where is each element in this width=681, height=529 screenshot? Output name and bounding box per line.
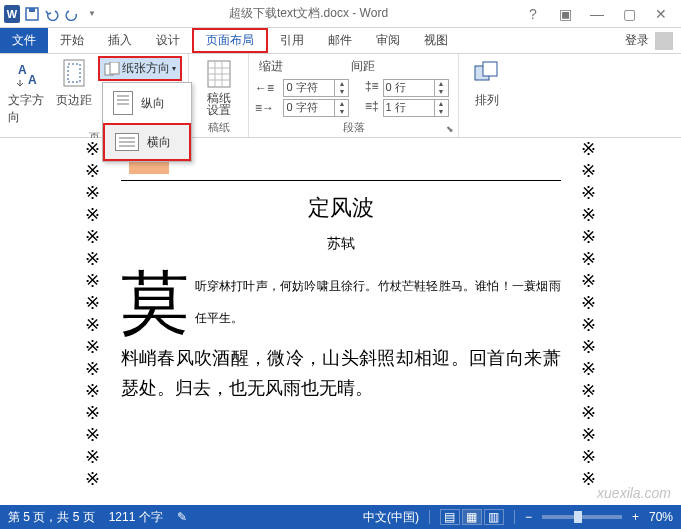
zoom-level[interactable]: 70% [649,510,673,524]
tab-file[interactable]: 文件 [0,28,48,53]
tab-view[interactable]: 视图 [412,28,460,53]
drop-cap: 莫 [121,269,195,333]
margins-button[interactable]: 页边距 [52,56,96,128]
orientation-icon [104,62,120,76]
ribbon: AA 文字方向 页边距 纸张方向 ▾ 页 ⬊ 纵向 横向 [0,54,681,138]
orientation-button[interactable]: 纸张方向 ▾ [98,56,182,81]
zoom-out-button[interactable]: − [525,510,532,524]
login-label: 登录 [625,32,649,49]
space-before-spin[interactable]: ▲▼ [435,79,449,97]
border-left: ※※※※※※※※※※※※※※※※ [83,138,103,490]
portrait-label: 纵向 [141,95,165,112]
indent-left-input[interactable]: 0 字符 [283,79,335,97]
manuscript-label: 稿纸 设置 [207,92,231,116]
tab-references[interactable]: 引用 [268,28,316,53]
space-after-icon: ≡‡ [365,99,379,117]
status-page[interactable]: 第 5 页，共 5 页 [8,509,95,526]
save-button[interactable] [24,6,40,22]
document-title: 定风波 [121,193,561,223]
undo-button[interactable] [44,6,60,22]
text-direction-button[interactable]: AA 文字方向 [6,56,50,128]
tab-home[interactable]: 开始 [48,28,96,53]
tab-page-layout[interactable]: 页面布局 [192,28,268,53]
watermark: xuexila.com [597,485,671,501]
tab-design[interactable]: 设计 [144,28,192,53]
group-arrange: 排列 [459,54,513,137]
status-lang[interactable]: 中文(中国) [363,509,419,526]
indent-right-spin[interactable]: ▲▼ [335,99,349,117]
p1-text: 听穿林打叶声，何妨吟啸且徐行。竹杖芒鞋轻胜马。谁怕！一蓑烟雨任平生。 [195,279,561,325]
close-button[interactable]: ✕ [649,4,673,24]
landscape-label: 横向 [147,134,171,151]
svg-rect-1 [29,8,35,12]
view-web-layout[interactable]: ▥ [484,509,504,525]
space-before-icon: ‡≡ [365,79,379,97]
status-words[interactable]: 1211 个字 [109,509,163,526]
landscape-icon [115,133,139,151]
document-area[interactable]: ※※※※※※※※※※※※※※※※ ※※※※※※※※※※※※※※※※ 定风波 苏轼… [0,138,681,505]
indent-header: 缩进 [259,58,283,75]
qat-dropdown[interactable]: ▼ [84,6,100,22]
title-bar: W ▼ 超级下载text文档.docx - Word ? ▣ — ▢ ✕ [0,0,681,28]
text-direction-label: 文字方向 [8,92,48,126]
word-icon: W [4,6,20,22]
spacing-header: 间距 [351,58,375,75]
quick-access-toolbar: W ▼ [0,6,104,22]
svg-rect-15 [483,62,497,76]
paragraph-group-label: 段落 [255,118,452,135]
group-paragraph: 缩进 间距 ←≡ 0 字符▲▼ ‡≡0 行▲▼ ≡→ 0 字符▲▼ ≡‡1 行▲… [249,54,459,137]
document-author: 苏轼 [121,235,561,253]
orientation-label: 纸张方向 [122,60,170,77]
zoom-in-button[interactable]: + [632,510,639,524]
space-after-input[interactable]: 1 行 [383,99,435,117]
arrange-label: 排列 [475,92,499,109]
paragraph-1: 莫 听穿林打叶声，何妨吟啸且徐行。竹杖芒鞋轻胜马。谁怕！一蓑烟雨任平生。 [121,269,561,333]
view-buttons: ▤ ▦ ▥ [440,509,504,525]
view-read-mode[interactable]: ▤ [440,509,460,525]
manuscript-group-label: 稿纸 [195,118,242,135]
view-print-layout[interactable]: ▦ [462,509,482,525]
status-proofing-icon[interactable]: ✎ [177,510,187,524]
paragraph-2: 料峭春风吹酒醒，微冷，山头斜照却相迎。回首向来萧瑟处。归去，也无风雨也无晴。 [121,343,561,403]
document-content: 定风波 苏轼 莫 听穿林打叶声，何妨吟啸且徐行。竹杖芒鞋轻胜马。谁怕！一蓑烟雨任… [101,148,581,403]
tab-mailings[interactable]: 邮件 [316,28,364,53]
orientation-menu: 纵向 横向 [102,82,192,162]
svg-rect-7 [110,62,119,74]
help-button[interactable]: ? [521,4,545,24]
indent-left-spin[interactable]: ▲▼ [335,79,349,97]
svg-rect-5 [68,64,80,82]
group-manuscript: 稿纸 设置 稿纸 [189,54,249,137]
orientation-portrait[interactable]: 纵向 [103,83,191,123]
tab-insert[interactable]: 插入 [96,28,144,53]
horizontal-rule [121,180,561,181]
redo-button[interactable] [64,6,80,22]
page: ※※※※※※※※※※※※※※※※ ※※※※※※※※※※※※※※※※ 定风波 苏轼… [61,138,621,423]
manuscript-settings-button[interactable]: 稿纸 设置 [197,56,241,118]
indent-right-icon: ≡→ [255,101,277,115]
separator [514,510,515,524]
indent-left-icon: ←≡ [255,81,277,95]
svg-text:A: A [18,63,27,77]
ribbon-tabs: 文件 开始 插入 设计 页面布局 引用 邮件 审阅 视图 登录 [0,28,681,54]
ribbon-options-button[interactable]: ▣ [553,4,577,24]
zoom-slider[interactable] [542,515,622,519]
restore-button[interactable]: ▢ [617,4,641,24]
indent-right-input[interactable]: 0 字符 [283,99,335,117]
status-bar: 第 5 页，共 5 页 1211 个字 ✎ 中文(中国) ▤ ▦ ▥ − + 7… [0,505,681,529]
border-right: ※※※※※※※※※※※※※※※※ [579,138,599,490]
avatar-icon [655,32,673,50]
minimize-button[interactable]: — [585,4,609,24]
window-title: 超级下载text文档.docx - Word [104,5,513,22]
space-before-input[interactable]: 0 行 [383,79,435,97]
svg-text:A: A [28,73,37,87]
margins-label: 页边距 [56,92,92,109]
paragraph-launcher[interactable]: ⬊ [444,123,456,135]
separator [429,510,430,524]
window-controls: ? ▣ — ▢ ✕ [513,4,681,24]
space-after-spin[interactable]: ▲▼ [435,99,449,117]
login-area[interactable]: 登录 [617,28,681,53]
orientation-landscape[interactable]: 横向 [103,123,191,161]
tab-review[interactable]: 审阅 [364,28,412,53]
arrange-button[interactable]: 排列 [465,56,509,111]
portrait-icon [113,91,133,115]
